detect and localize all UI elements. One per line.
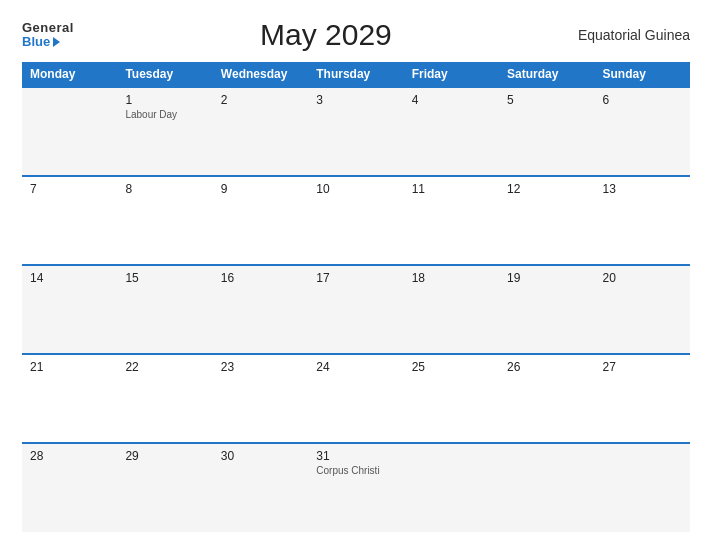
day-number: 14 — [30, 271, 109, 285]
week-row-5: 28293031Corpus Christi — [22, 443, 690, 532]
event-label: Corpus Christi — [316, 465, 395, 476]
day-number: 12 — [507, 182, 586, 196]
region-label: Equatorial Guinea — [578, 27, 690, 43]
calendar-cell: 20 — [595, 265, 690, 354]
calendar-cell: 17 — [308, 265, 403, 354]
day-number: 4 — [412, 93, 491, 107]
calendar-cell: 13 — [595, 176, 690, 265]
calendar-cell: 26 — [499, 354, 594, 443]
day-number: 10 — [316, 182, 395, 196]
day-number: 8 — [125, 182, 204, 196]
calendar-cell: 16 — [213, 265, 308, 354]
calendar-cell: 19 — [499, 265, 594, 354]
week-row-4: 21222324252627 — [22, 354, 690, 443]
week-row-2: 78910111213 — [22, 176, 690, 265]
calendar-cell: 29 — [117, 443, 212, 532]
calendar-cell: 18 — [404, 265, 499, 354]
calendar-cell — [22, 87, 117, 176]
week-row-3: 14151617181920 — [22, 265, 690, 354]
calendar-cell: 1Labour Day — [117, 87, 212, 176]
calendar-cell: 30 — [213, 443, 308, 532]
day-number: 6 — [603, 93, 682, 107]
day-number: 18 — [412, 271, 491, 285]
day-number: 31 — [316, 449, 395, 463]
day-number: 28 — [30, 449, 109, 463]
calendar-cell: 31Corpus Christi — [308, 443, 403, 532]
day-number: 29 — [125, 449, 204, 463]
calendar-cell: 7 — [22, 176, 117, 265]
col-header-saturday: Saturday — [499, 62, 594, 87]
logo-general-text: General — [22, 21, 74, 35]
day-number: 15 — [125, 271, 204, 285]
day-number: 23 — [221, 360, 300, 374]
day-number: 27 — [603, 360, 682, 374]
day-number: 26 — [507, 360, 586, 374]
calendar-header-row: MondayTuesdayWednesdayThursdayFridaySatu… — [22, 62, 690, 87]
col-header-tuesday: Tuesday — [117, 62, 212, 87]
calendar-header: General Blue May 2029 Equatorial Guinea — [22, 18, 690, 52]
day-number: 5 — [507, 93, 586, 107]
calendar-cell: 22 — [117, 354, 212, 443]
day-number: 11 — [412, 182, 491, 196]
day-number: 7 — [30, 182, 109, 196]
day-number: 25 — [412, 360, 491, 374]
calendar-cell: 4 — [404, 87, 499, 176]
event-label: Labour Day — [125, 109, 204, 120]
col-header-monday: Monday — [22, 62, 117, 87]
calendar-cell: 12 — [499, 176, 594, 265]
calendar-table: MondayTuesdayWednesdayThursdayFridaySatu… — [22, 62, 690, 532]
day-number: 13 — [603, 182, 682, 196]
calendar-cell: 2 — [213, 87, 308, 176]
calendar-cell: 21 — [22, 354, 117, 443]
calendar-cell: 9 — [213, 176, 308, 265]
day-number: 20 — [603, 271, 682, 285]
calendar-cell: 11 — [404, 176, 499, 265]
day-number: 21 — [30, 360, 109, 374]
day-number: 1 — [125, 93, 204, 107]
calendar-cell: 24 — [308, 354, 403, 443]
calendar-cell: 5 — [499, 87, 594, 176]
logo-triangle-icon — [53, 37, 60, 47]
calendar-cell: 3 — [308, 87, 403, 176]
calendar-cell: 15 — [117, 265, 212, 354]
logo: General Blue — [22, 21, 74, 50]
calendar-cell — [595, 443, 690, 532]
calendar-cell: 23 — [213, 354, 308, 443]
calendar-cell: 6 — [595, 87, 690, 176]
calendar-cell: 28 — [22, 443, 117, 532]
calendar-cell: 14 — [22, 265, 117, 354]
calendar-cell: 8 — [117, 176, 212, 265]
col-header-sunday: Sunday — [595, 62, 690, 87]
day-number: 3 — [316, 93, 395, 107]
day-number: 19 — [507, 271, 586, 285]
calendar-title: May 2029 — [260, 18, 392, 52]
day-number: 24 — [316, 360, 395, 374]
calendar-cell: 10 — [308, 176, 403, 265]
day-number: 17 — [316, 271, 395, 285]
col-header-friday: Friday — [404, 62, 499, 87]
week-row-1: 1Labour Day23456 — [22, 87, 690, 176]
calendar-cell — [499, 443, 594, 532]
calendar-cell — [404, 443, 499, 532]
day-number: 9 — [221, 182, 300, 196]
day-number: 22 — [125, 360, 204, 374]
col-header-wednesday: Wednesday — [213, 62, 308, 87]
calendar-cell: 27 — [595, 354, 690, 443]
calendar-cell: 25 — [404, 354, 499, 443]
day-number: 30 — [221, 449, 300, 463]
col-header-thursday: Thursday — [308, 62, 403, 87]
day-number: 16 — [221, 271, 300, 285]
day-number: 2 — [221, 93, 300, 107]
logo-blue-text: Blue — [22, 35, 60, 49]
